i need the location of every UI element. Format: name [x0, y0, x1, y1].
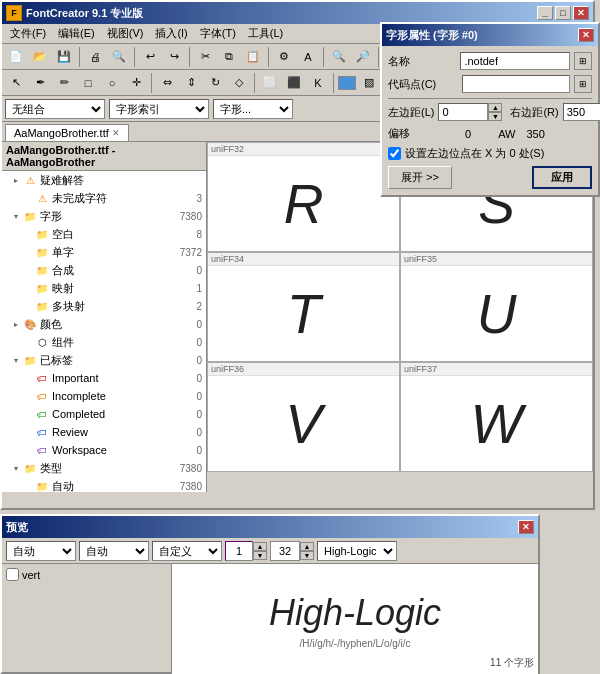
- preview-spin-up[interactable]: ▲: [253, 542, 267, 551]
- color-button[interactable]: [338, 76, 356, 90]
- tree-item-glyph[interactable]: ▾ 📁 字形 7380: [2, 207, 206, 225]
- preview-render-combo[interactable]: High-Logic: [317, 541, 397, 561]
- index-combo[interactable]: 字形索引: [109, 99, 209, 119]
- preview-size-up[interactable]: ▲: [300, 542, 314, 551]
- apply-button[interactable]: 应用: [532, 166, 592, 189]
- undo-button[interactable]: ↩: [139, 46, 161, 68]
- pen-tool[interactable]: ✒: [29, 72, 51, 94]
- preview-combo-2[interactable]: 自动: [79, 541, 149, 561]
- group-combo[interactable]: 无组合: [5, 99, 105, 119]
- arrow-color: ▸: [10, 320, 22, 329]
- move-tool[interactable]: ✛: [125, 72, 147, 94]
- props-close-button[interactable]: ✕: [578, 28, 594, 42]
- font-props-button[interactable]: A: [297, 46, 319, 68]
- sep3: [189, 47, 190, 67]
- pencil-tool[interactable]: ✏: [53, 72, 75, 94]
- tree-item-troubleshoot[interactable]: ▸ ⚠ 疑难解答: [2, 171, 206, 189]
- zoom-in-button[interactable]: 🔍: [328, 46, 350, 68]
- copy-button[interactable]: ⧉: [218, 46, 240, 68]
- set-x-zero-checkbox[interactable]: [388, 147, 401, 160]
- preview-button[interactable]: 🔍: [108, 46, 130, 68]
- rotate-button[interactable]: ↻: [204, 72, 226, 94]
- menu-tools[interactable]: 工具(L): [242, 24, 289, 43]
- zoom-out-button[interactable]: 🔎: [352, 46, 374, 68]
- left-spin-up[interactable]: ▲: [488, 103, 502, 112]
- props-margins-row: 左边距(L) ▲ ▼ 右边距(R) ▲ ▼: [388, 103, 592, 121]
- tree-item-component[interactable]: ⬡ 组件 0: [2, 333, 206, 351]
- paste-button[interactable]: 📋: [242, 46, 264, 68]
- menu-insert[interactable]: 插入(I): [149, 24, 193, 43]
- name-icon-btn[interactable]: ⊞: [574, 52, 592, 70]
- preview-spin-down[interactable]: ▼: [253, 551, 267, 560]
- tree-item-color[interactable]: ▸ 🎨 颜色 0: [2, 315, 206, 333]
- preview-combo-3[interactable]: 自定义: [152, 541, 222, 561]
- glyph-props-button[interactable]: ⚙: [273, 46, 295, 68]
- select-tool[interactable]: ↖: [5, 72, 27, 94]
- menu-font[interactable]: 字体(T): [194, 24, 242, 43]
- active-tab[interactable]: AaMangoBrother.ttf ✕: [5, 124, 129, 141]
- glyph-cell-U2[interactable]: uniFF36 V: [207, 362, 400, 472]
- gradient-button[interactable]: ▧: [358, 72, 380, 94]
- kern-button[interactable]: K: [307, 72, 329, 94]
- glyph-cell-R[interactable]: uniFF32 R: [207, 142, 400, 252]
- open-button[interactable]: 📂: [29, 46, 51, 68]
- tree-item-type[interactable]: ▾ 📁 类型 7380: [2, 459, 206, 477]
- tree-item-map[interactable]: 📁 映射 1: [2, 279, 206, 297]
- view-combo[interactable]: 字形...: [213, 99, 293, 119]
- tree-item-important[interactable]: 🏷 Important 0: [2, 369, 206, 387]
- ellipse-tool[interactable]: ○: [101, 72, 123, 94]
- expand-button[interactable]: 展开 >>: [388, 166, 452, 189]
- rect-tool[interactable]: □: [77, 72, 99, 94]
- glyph-cell-U[interactable]: uniFF35 U: [400, 252, 593, 362]
- menu-file[interactable]: 文件(F): [4, 24, 52, 43]
- code-input[interactable]: [462, 75, 570, 93]
- minimize-button[interactable]: _: [537, 6, 553, 20]
- close-button[interactable]: ✕: [573, 6, 589, 20]
- tree-item-composite[interactable]: 📁 合成 0: [2, 261, 206, 279]
- vert-checkbox[interactable]: [6, 568, 19, 581]
- tree-item-space[interactable]: 📁 空白 8: [2, 225, 206, 243]
- flip-v-button[interactable]: ⇕: [180, 72, 202, 94]
- tree-item-tagged[interactable]: ▾ 📁 已标签 0: [2, 351, 206, 369]
- save-button[interactable]: 💾: [53, 46, 75, 68]
- count-color: 0: [196, 319, 206, 330]
- menu-edit[interactable]: 编辑(E): [52, 24, 101, 43]
- preview-size-input[interactable]: [270, 541, 300, 561]
- left-input[interactable]: [438, 103, 488, 121]
- new-button[interactable]: 📄: [5, 46, 27, 68]
- tab-close-icon[interactable]: ✕: [112, 128, 120, 138]
- skew-button[interactable]: ◇: [228, 72, 250, 94]
- redo-button[interactable]: ↪: [163, 46, 185, 68]
- label-completed: Completed: [52, 408, 105, 420]
- glyph-char-U2: V: [208, 376, 399, 471]
- preview-spin-input[interactable]: [225, 541, 253, 561]
- cut-button[interactable]: ✂: [194, 46, 216, 68]
- preview-size-down[interactable]: ▼: [300, 551, 314, 560]
- tree-item-auto[interactable]: 📁 自动 7380: [2, 477, 206, 492]
- code-icon-btn[interactable]: ⊞: [574, 75, 592, 93]
- tree-item-incomplete2[interactable]: 🏷 Incomplete 0: [2, 387, 206, 405]
- menu-view[interactable]: 视图(V): [101, 24, 150, 43]
- glyph-cell-W[interactable]: uniFF37 W: [400, 362, 593, 472]
- align-center-button[interactable]: ⬛: [283, 72, 305, 94]
- right-input[interactable]: [563, 103, 600, 121]
- tree-item-incomplete[interactable]: ⚠ 未完成字符 3: [2, 189, 206, 207]
- sep2: [134, 47, 135, 67]
- tree-item-single[interactable]: 📁 单字 7372: [2, 243, 206, 261]
- arrow-troubleshoot: ▸: [10, 176, 22, 185]
- tree-item-workspace[interactable]: 🏷 Workspace 0: [2, 441, 206, 459]
- tree-item-multimap[interactable]: 📁 多块射 2: [2, 297, 206, 315]
- tree-item-review[interactable]: 🏷 Review 0: [2, 423, 206, 441]
- left-spin-down[interactable]: ▼: [488, 112, 502, 121]
- preview-close-button[interactable]: ✕: [518, 520, 534, 534]
- print-button[interactable]: 🖨: [84, 46, 106, 68]
- align-left-button[interactable]: ⬜: [259, 72, 281, 94]
- name-input[interactable]: [460, 52, 570, 70]
- glyph-cell-T[interactable]: uniFF34 T: [207, 252, 400, 362]
- tree-item-completed[interactable]: 🏷 Completed 0: [2, 405, 206, 423]
- maximize-button[interactable]: □: [555, 6, 571, 20]
- preview-combo-1[interactable]: 自动: [6, 541, 76, 561]
- folder-icon-single: 📁: [34, 244, 50, 260]
- aw-label: AW: [498, 128, 515, 140]
- flip-h-button[interactable]: ⇔: [156, 72, 178, 94]
